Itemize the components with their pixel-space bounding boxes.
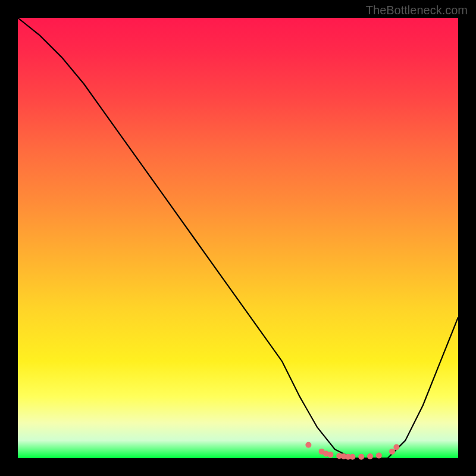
watermark-text: TheBottleneck.com	[366, 4, 468, 17]
bottleneck-curve	[18, 18, 458, 458]
marker-point	[358, 454, 364, 460]
marker-point	[376, 453, 382, 459]
marker-point	[327, 452, 333, 458]
marker-point	[367, 453, 373, 459]
plot-area	[18, 18, 458, 458]
chart-svg	[18, 18, 458, 458]
marker-point	[389, 449, 395, 455]
highlight-markers	[305, 442, 399, 460]
marker-point	[305, 442, 311, 448]
marker-point	[349, 454, 355, 460]
marker-point	[393, 444, 399, 450]
